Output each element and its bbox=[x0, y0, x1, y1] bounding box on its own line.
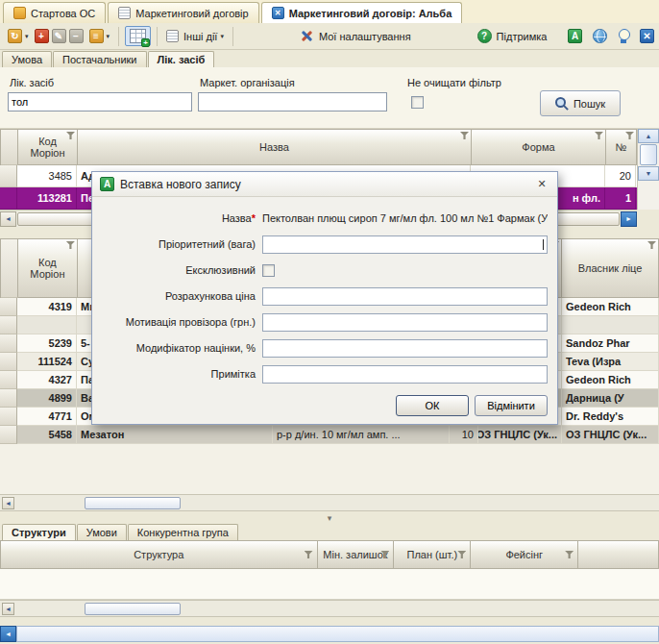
horizontal-scrollbar[interactable]: ◄ bbox=[0, 494, 659, 511]
filter-funnel-icon[interactable] bbox=[625, 132, 634, 139]
scroll-left-icon[interactable]: ◄ bbox=[2, 603, 14, 615]
exit-icon[interactable]: ✕ bbox=[640, 29, 654, 43]
tab-umova[interactable]: Умова bbox=[2, 51, 52, 67]
table-row[interactable]: 5458 Мезатон р-р д/ин. 10 мг/мл амп. ...… bbox=[0, 426, 659, 444]
filter-funnel-icon[interactable] bbox=[647, 241, 656, 249]
vertical-scrollbar[interactable]: ▲ ▼ bbox=[637, 129, 659, 210]
dialog-buttons: ОК Відмінити bbox=[396, 395, 548, 416]
tab-lik-zasib[interactable]: Лік. засіб bbox=[148, 51, 215, 67]
ok-button[interactable]: ОК bbox=[396, 395, 469, 416]
column-header-code: Код Моріон bbox=[18, 129, 78, 165]
section-tabbar: Умова Постачальники Лік. засіб bbox=[0, 50, 659, 67]
app-a-badge-icon: A bbox=[100, 177, 114, 191]
toolbar-separator bbox=[157, 27, 158, 46]
scrollbar-track[interactable] bbox=[16, 626, 659, 642]
tab-umovy[interactable]: Умови bbox=[77, 524, 127, 540]
search-button[interactable]: Пошук bbox=[540, 90, 621, 116]
table-header-row: Код Моріон Назва Форма № bbox=[0, 129, 659, 165]
dialog-close-icon[interactable]: ✕ bbox=[534, 177, 549, 192]
tab-label: Маркетинговий договір bbox=[135, 8, 248, 19]
dialog-body: Назва* Пектолван плющ сироп 7 мг/мл фл. … bbox=[92, 197, 557, 384]
keep-filter-label: Не очищати фільтр bbox=[407, 77, 501, 88]
motivation-input[interactable] bbox=[262, 313, 548, 332]
exclusive-checkbox[interactable] bbox=[262, 264, 275, 277]
other-actions-button[interactable]: Інші дії ▾ bbox=[163, 28, 227, 44]
tab-label: Структури bbox=[12, 527, 66, 538]
column-header-form: Форма bbox=[472, 129, 606, 165]
tab-label: Лік. засіб bbox=[158, 54, 206, 65]
panel-splitter[interactable]: ▾ bbox=[0, 515, 659, 523]
plus-badge-icon: + bbox=[141, 38, 150, 47]
markup-input[interactable] bbox=[262, 339, 548, 358]
caret-down-icon: ▾ bbox=[107, 33, 110, 40]
filter-funnel-icon[interactable] bbox=[305, 551, 313, 558]
column-header-structure: Структура bbox=[1, 540, 318, 569]
support-button[interactable]: ? Підтримка bbox=[475, 27, 550, 45]
motivation-label: Мотивація провізора (грн.) bbox=[92, 316, 256, 328]
tip-lamp-icon[interactable] bbox=[618, 29, 629, 43]
row-selector-header bbox=[1, 238, 18, 298]
bottom-scrollbar[interactable]: ◄ bbox=[0, 626, 659, 642]
search-button-label: Пошук bbox=[574, 98, 605, 110]
collapse-icon[interactable]: ▾ bbox=[328, 513, 332, 523]
org-filter-label: Маркет. організація bbox=[200, 77, 295, 88]
keep-filter-checkbox[interactable] bbox=[411, 96, 424, 109]
horizontal-scrollbar[interactable]: ◄ bbox=[0, 600, 659, 617]
delete-record-icon[interactable]: − bbox=[69, 29, 84, 43]
toolbar-separator bbox=[232, 27, 233, 46]
app-a-badge-icon[interactable]: A bbox=[568, 29, 582, 43]
scroll-left-icon[interactable]: ◄ bbox=[0, 211, 16, 227]
tools-icon bbox=[300, 29, 314, 43]
priority-input[interactable] bbox=[262, 235, 548, 254]
filter-funnel-icon[interactable] bbox=[66, 241, 75, 249]
scroll-up-icon[interactable]: ▲ bbox=[638, 129, 659, 143]
main-toolbar: ↻ ▾ + ✎ − ≡ ▾ + Інші дії ▾ Мої налаштува… bbox=[0, 23, 659, 50]
tab-label: Умова bbox=[12, 54, 42, 65]
filter-funnel-icon[interactable] bbox=[565, 551, 574, 558]
drug-filter-input[interactable] bbox=[8, 92, 192, 111]
markup-label: Модифікатор націнки, % bbox=[92, 342, 256, 354]
list-actions-button[interactable]: ≡ ▾ bbox=[86, 27, 113, 45]
scroll-right-icon[interactable]: ► bbox=[621, 211, 637, 227]
cancel-button[interactable]: Відмінити bbox=[475, 395, 548, 416]
field-row-note: Примітка bbox=[92, 364, 548, 384]
text-caret bbox=[543, 239, 544, 250]
tab-label: Конкурентна група bbox=[137, 527, 229, 538]
home-nav-button[interactable]: ↻ ▾ bbox=[5, 27, 32, 45]
scroll-left-icon[interactable]: ◄ bbox=[2, 497, 14, 509]
toolbar-separator bbox=[118, 27, 119, 46]
my-settings-button[interactable]: Мої налаштування bbox=[297, 27, 414, 45]
globe-icon[interactable] bbox=[593, 29, 607, 43]
field-row-priority: Пріоритетний (вага) bbox=[92, 235, 548, 254]
row-selector-header bbox=[1, 129, 18, 165]
scrollbar-thumb[interactable] bbox=[85, 497, 181, 509]
filter-funnel-icon[interactable] bbox=[457, 551, 466, 558]
home-nav-icon: ↻ bbox=[8, 29, 22, 43]
tab-start-os[interactable]: Стартова ОС bbox=[3, 2, 106, 23]
scrollbar-thumb[interactable] bbox=[85, 603, 181, 615]
edit-record-icon[interactable]: ✎ bbox=[52, 29, 66, 43]
tab-label: Умови bbox=[86, 527, 117, 538]
add-record-icon[interactable]: + bbox=[35, 29, 49, 43]
scroll-down-icon[interactable]: ▼ bbox=[638, 166, 659, 181]
scrollbar-thumb[interactable] bbox=[640, 144, 657, 165]
tab-marketing-contract[interactable]: Маркетинговий договір bbox=[108, 2, 258, 23]
column-header-num: № bbox=[606, 129, 637, 165]
filter-funnel-icon[interactable] bbox=[595, 132, 603, 139]
price-input[interactable] bbox=[262, 287, 548, 306]
drug-filter-label: Лік. засіб bbox=[10, 77, 54, 88]
filter-panel: Лік. засіб Маркет. організація Не очищат… bbox=[0, 67, 659, 129]
caret-down-icon: ▾ bbox=[220, 33, 224, 40]
note-input[interactable] bbox=[262, 365, 548, 384]
tab-label: Маркетинговий договір: Альба bbox=[289, 8, 452, 19]
filter-funnel-icon[interactable] bbox=[460, 132, 469, 139]
tab-label: Постачальники bbox=[62, 54, 137, 65]
tab-struktury[interactable]: Структури bbox=[2, 524, 76, 540]
org-filter-input[interactable] bbox=[198, 92, 387, 111]
field-row-exclusive: Ексклюзивний bbox=[92, 260, 548, 280]
tab-marketing-contract-alba[interactable]: ✕ Маркетинговий договір: Альба bbox=[261, 2, 463, 23]
insert-record-button[interactable]: + bbox=[125, 26, 151, 46]
scroll-left-icon[interactable]: ◄ bbox=[0, 626, 16, 642]
tab-postachalnyky[interactable]: Постачальники bbox=[53, 51, 147, 67]
tab-konkurentna-grupa[interactable]: Конкурентна група bbox=[128, 524, 238, 540]
